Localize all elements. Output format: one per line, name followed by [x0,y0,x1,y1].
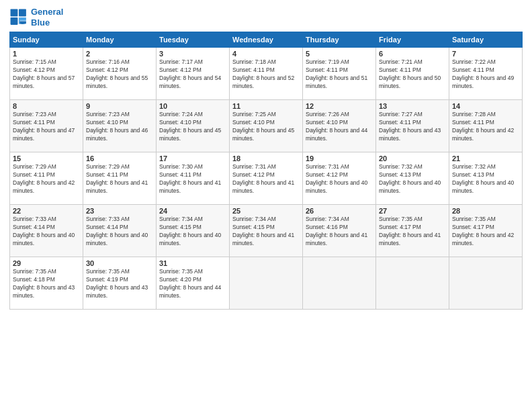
calendar-day-cell: 19 Sunrise: 7:31 AM Sunset: 4:12 PM Dayl… [303,152,376,205]
sunset-label: Sunset: 4:10 PM [232,119,275,126]
sunset-label: Sunset: 4:20 PM [159,276,202,283]
sunset-label: Sunset: 4:13 PM [379,171,421,178]
sunrise-label: Sunrise: 7:30 AM [159,163,203,170]
day-info: Sunrise: 7:35 AM Sunset: 4:20 PM Dayligh… [159,268,226,300]
day-info: Sunrise: 7:31 AM Sunset: 4:12 PM Dayligh… [306,163,373,195]
daylight-label: Daylight: 8 hours and 50 minutes. [379,75,441,89]
calendar-day-cell: 15 Sunrise: 7:29 AM Sunset: 4:11 PM Dayl… [10,152,83,205]
day-info: Sunrise: 7:23 AM Sunset: 4:10 PM Dayligh… [86,111,153,143]
sunrise-label: Sunrise: 7:23 AM [86,111,130,118]
calendar-day-cell [230,257,303,310]
calendar-day-cell: 18 Sunrise: 7:31 AM Sunset: 4:12 PM Dayl… [230,152,303,205]
sunset-label: Sunset: 4:11 PM [306,66,348,73]
day-info: Sunrise: 7:25 AM Sunset: 4:10 PM Dayligh… [232,111,300,143]
sunset-label: Sunset: 4:10 PM [86,119,128,126]
daylight-label: Daylight: 8 hours and 44 minutes. [159,284,221,299]
day-info: Sunrise: 7:35 AM Sunset: 4:17 PM Dayligh… [379,216,446,248]
calendar-week-row: 8 Sunrise: 7:23 AM Sunset: 4:11 PM Dayli… [10,100,523,152]
daylight-label: Daylight: 8 hours and 43 minutes. [379,127,441,142]
calendar-day-cell: 9 Sunrise: 7:23 AM Sunset: 4:10 PM Dayli… [83,100,157,152]
sunset-label: Sunset: 4:19 PM [86,276,128,283]
sunrise-label: Sunrise: 7:35 AM [86,268,130,275]
sunset-label: Sunset: 4:10 PM [306,119,348,126]
logo-icon [9,8,28,27]
sunrise-label: Sunrise: 7:15 AM [13,58,56,65]
calendar-day-cell: 3 Sunrise: 7:17 AM Sunset: 4:12 PM Dayli… [157,48,230,100]
sunrise-label: Sunrise: 7:18 AM [232,58,276,65]
calendar-day-cell: 6 Sunrise: 7:21 AM Sunset: 4:11 PM Dayli… [376,48,449,100]
calendar-day-cell: 13 Sunrise: 7:27 AM Sunset: 4:11 PM Dayl… [376,100,449,152]
sunrise-label: Sunrise: 7:21 AM [379,58,423,65]
calendar-day-cell: 24 Sunrise: 7:34 AM Sunset: 4:15 PM Dayl… [157,205,230,257]
sunrise-label: Sunrise: 7:31 AM [232,163,276,170]
day-number: 2 [86,50,153,58]
day-info: Sunrise: 7:35 AM Sunset: 4:18 PM Dayligh… [13,268,80,300]
sunrise-label: Sunrise: 7:31 AM [306,163,349,170]
sunset-label: Sunset: 4:12 PM [13,66,55,73]
calendar-week-row: 22 Sunrise: 7:33 AM Sunset: 4:14 PM Dayl… [10,205,523,257]
sunset-label: Sunset: 4:11 PM [379,119,421,126]
calendar-body: 1 Sunrise: 7:15 AM Sunset: 4:12 PM Dayli… [10,48,523,310]
day-info: Sunrise: 7:31 AM Sunset: 4:12 PM Dayligh… [232,163,300,195]
calendar-week-row: 15 Sunrise: 7:29 AM Sunset: 4:11 PM Dayl… [10,152,523,205]
sunset-label: Sunset: 4:14 PM [86,224,128,230]
day-info: Sunrise: 7:15 AM Sunset: 4:12 PM Dayligh… [13,58,80,91]
day-number: 29 [13,259,80,267]
day-number: 23 [86,207,153,215]
day-of-week-header: Sunday [10,32,83,48]
sunset-label: Sunset: 4:15 PM [159,224,202,230]
daylight-label: Daylight: 8 hours and 41 minutes. [379,232,441,246]
logo-text: General Blue [31,7,63,28]
sunrise-label: Sunrise: 7:24 AM [159,111,203,118]
page-container: General Blue SundayMondayTuesdayWednesda… [0,0,532,316]
day-number: 1 [13,50,80,58]
day-number: 11 [232,102,300,110]
sunrise-label: Sunrise: 7:27 AM [379,111,423,118]
daylight-label: Daylight: 8 hours and 41 minutes. [159,179,221,194]
sunset-label: Sunset: 4:17 PM [379,224,421,230]
sunrise-label: Sunrise: 7:35 AM [13,268,56,275]
daylight-label: Daylight: 8 hours and 42 minutes. [13,179,75,194]
day-number: 17 [159,154,226,163]
daylight-label: Daylight: 8 hours and 40 minutes. [306,179,367,194]
sunrise-label: Sunrise: 7:35 AM [452,216,496,222]
daylight-label: Daylight: 8 hours and 57 minutes. [13,75,75,89]
svg-rect-1 [19,9,26,16]
calendar-day-cell: 4 Sunrise: 7:18 AM Sunset: 4:11 PM Dayli… [230,48,303,100]
day-number: 24 [159,207,226,215]
day-info: Sunrise: 7:33 AM Sunset: 4:14 PM Dayligh… [13,216,80,248]
day-of-week-header: Monday [83,32,157,48]
daylight-label: Daylight: 8 hours and 40 minutes. [86,232,148,246]
daylight-label: Daylight: 8 hours and 42 minutes. [452,232,514,246]
day-number: 7 [452,50,519,58]
day-info: Sunrise: 7:16 AM Sunset: 4:12 PM Dayligh… [86,58,153,91]
sunset-label: Sunset: 4:11 PM [452,119,494,126]
sunrise-label: Sunrise: 7:17 AM [159,58,203,65]
sunset-label: Sunset: 4:11 PM [13,119,55,126]
day-info: Sunrise: 7:32 AM Sunset: 4:13 PM Dayligh… [452,163,519,195]
calendar-day-cell: 22 Sunrise: 7:33 AM Sunset: 4:14 PM Dayl… [10,205,83,257]
calendar-day-cell: 7 Sunrise: 7:22 AM Sunset: 4:11 PM Dayli… [449,48,523,100]
day-info: Sunrise: 7:26 AM Sunset: 4:10 PM Dayligh… [306,111,373,143]
sunrise-label: Sunrise: 7:32 AM [379,163,423,170]
day-info: Sunrise: 7:35 AM Sunset: 4:17 PM Dayligh… [452,216,519,248]
calendar-day-cell [303,257,376,310]
sunrise-label: Sunrise: 7:25 AM [232,111,276,118]
calendar-table: SundayMondayTuesdayWednesdayThursdayFrid… [9,32,523,310]
sunrise-label: Sunrise: 7:22 AM [452,58,496,65]
sunrise-label: Sunrise: 7:29 AM [13,163,56,170]
sunrise-label: Sunrise: 7:29 AM [86,163,130,170]
sunset-label: Sunset: 4:11 PM [232,66,275,73]
calendar-day-cell: 16 Sunrise: 7:29 AM Sunset: 4:11 PM Dayl… [83,152,157,205]
day-info: Sunrise: 7:24 AM Sunset: 4:10 PM Dayligh… [159,111,226,143]
calendar-day-cell: 20 Sunrise: 7:32 AM Sunset: 4:13 PM Dayl… [376,152,449,205]
calendar-day-cell: 5 Sunrise: 7:19 AM Sunset: 4:11 PM Dayli… [303,48,376,100]
day-number: 20 [379,154,446,163]
calendar-day-cell: 10 Sunrise: 7:24 AM Sunset: 4:10 PM Dayl… [157,100,230,152]
svg-rect-2 [11,17,18,25]
calendar-day-cell: 1 Sunrise: 7:15 AM Sunset: 4:12 PM Dayli… [10,48,83,100]
sunset-label: Sunset: 4:12 PM [232,171,275,178]
calendar-day-cell: 8 Sunrise: 7:23 AM Sunset: 4:11 PM Dayli… [10,100,83,152]
day-info: Sunrise: 7:34 AM Sunset: 4:16 PM Dayligh… [306,216,373,248]
daylight-label: Daylight: 8 hours and 51 minutes. [306,75,367,89]
